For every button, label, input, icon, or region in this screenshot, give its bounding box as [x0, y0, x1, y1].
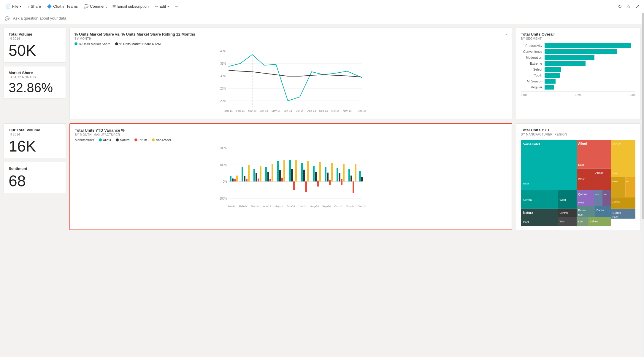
main-content: Total Volume IN 2014 50K Market Share LA… [0, 24, 644, 234]
vanarsdel-dot [152, 138, 155, 141]
refresh-icon[interactable]: ↻ [617, 2, 623, 10]
svg-rect-60 [315, 172, 317, 181]
svg-rect-74 [355, 164, 356, 181]
svg-text:West: West [612, 180, 618, 183]
svg-text:Feb-14: Feb-14 [239, 205, 248, 208]
svg-rect-39 [253, 169, 255, 181]
scrollbar-thumb[interactable] [642, 13, 644, 219]
svg-rect-35 [242, 167, 243, 181]
bookmark-icon[interactable]: ☆ [625, 2, 632, 10]
svg-rect-38 [248, 165, 250, 181]
toolbar-right: ↻ ☆ ⤢ [617, 2, 640, 10]
legend-dot-2 [115, 42, 118, 45]
svg-rect-67 [337, 168, 338, 181]
svg-rect-54 [295, 160, 297, 181]
chat-in-teams-button[interactable]: 🔷 Chat in Teams [45, 3, 80, 10]
svg-text:Jan-14: Jan-14 [224, 109, 233, 112]
treemap-svg: VanArsdel East Central West Natura East … [521, 138, 635, 227]
legend-vanarsdel: VanArsdel [152, 138, 171, 142]
hbar-x-axis: 0.0M 0.2M 0.4M [521, 93, 635, 97]
svg-text:West: West [559, 220, 565, 223]
svg-text:Vict...: Vict... [603, 193, 609, 196]
svg-rect-34 [236, 176, 238, 181]
more-button[interactable]: ··· [172, 3, 180, 10]
svg-rect-52 [291, 169, 293, 181]
svg-text:East: East [613, 216, 618, 219]
natura-dot [116, 138, 119, 141]
email-subscription-button[interactable]: ✉ Email subscription [110, 3, 151, 10]
svg-text:Leo: Leo [578, 220, 583, 223]
email-icon: ✉ [112, 4, 116, 9]
hbar-chart-card: Total Units Overall BY SEGMENT Productiv… [516, 28, 640, 120]
hbar-row-productivity: Productivity [521, 43, 635, 48]
svg-rect-57 [305, 181, 307, 192]
file-icon: 📄 [6, 4, 11, 9]
total-volume-card: Total Volume IN 2014 50K [4, 28, 66, 63]
our-total-volume-card: Our Total Volume IN 2014 16K [4, 123, 66, 158]
svg-rect-72 [350, 176, 352, 181]
svg-text:Farna: Farna [578, 208, 586, 212]
scrollbar-track[interactable] [642, 13, 644, 234]
legend-pirum: Pirum [134, 138, 147, 142]
line-chart-more-button[interactable]: ··· [503, 32, 507, 37]
file-menu[interactable]: 📄 File ▾ [4, 3, 24, 10]
qa-icon: 💬 [5, 16, 9, 21]
svg-text:Aliqui: Aliqui [578, 142, 587, 145]
hbar-row-extreme: Extreme [521, 61, 635, 66]
hbar-row-select: Select [521, 67, 635, 72]
qa-bar: 💬 [0, 13, 644, 24]
chevron-down-icon: ▾ [20, 5, 21, 8]
svg-text:East: East [523, 220, 529, 224]
svg-text:East: East [523, 182, 529, 185]
svg-text:Currus: Currus [613, 211, 621, 214]
svg-rect-56 [303, 170, 305, 181]
svg-text:Aug-14: Aug-14 [307, 109, 316, 112]
svg-rect-58 [307, 161, 309, 181]
svg-rect-44 [267, 172, 269, 181]
svg-text:West: West [559, 198, 566, 201]
svg-text:Sep-14: Sep-14 [319, 109, 328, 112]
svg-text:Salvus: Salvus [590, 220, 598, 223]
svg-text:Dec-14: Dec-14 [358, 109, 366, 112]
svg-text:Jun-14: Jun-14 [287, 205, 295, 208]
comment-button[interactable]: 💬 Comment [81, 3, 109, 10]
toolbar: 📄 File ▾ ↑ Share 🔷 Chat in Teams 💬 Comme… [0, 0, 644, 13]
svg-text:Jun-14: Jun-14 [284, 109, 292, 112]
svg-rect-45 [269, 179, 271, 181]
svg-rect-66 [331, 163, 333, 181]
edit-icon: ✏ [155, 4, 158, 9]
svg-text:East: East [578, 163, 584, 166]
svg-text:0%: 0% [223, 180, 227, 183]
svg-text:VanArsdel: VanArsdel [523, 142, 540, 146]
svg-rect-53 [293, 181, 295, 190]
treemap: VanArsdel East Central West Natura East … [521, 138, 635, 227]
treemap-card: Total Units YTD BY MANUFACTURER, REGION … [516, 123, 640, 230]
svg-rect-75 [359, 171, 361, 181]
svg-rect-55 [301, 163, 303, 181]
svg-text:Oct-14: Oct-14 [334, 205, 342, 208]
hbar-row-convenience: Convenience [521, 49, 635, 54]
svg-rect-50 [283, 160, 285, 181]
svg-text:Sep-14: Sep-14 [322, 205, 331, 208]
svg-text:Natura: Natura [523, 211, 533, 214]
svg-text:Barba: Barba [597, 208, 604, 212]
svg-rect-61 [317, 181, 319, 187]
comment-icon: 💬 [84, 4, 88, 9]
legend-aliqui: Aliqui [99, 138, 111, 142]
fullscreen-icon[interactable]: ⤢ [634, 2, 640, 10]
svg-rect-46 [272, 164, 273, 181]
chevron-down-icon: ▾ [167, 5, 169, 8]
svg-text:Mar-14: Mar-14 [248, 109, 257, 112]
edit-button[interactable]: ✏ Edit ▾ [152, 3, 171, 10]
share-icon: ↑ [27, 4, 29, 9]
svg-rect-65 [329, 180, 331, 185]
svg-rect-41 [258, 179, 259, 181]
share-button[interactable]: ↑ Share [25, 3, 43, 10]
line-chart-legend: % Units Market Share % Units Market Shar… [74, 42, 507, 46]
svg-rect-73 [353, 181, 354, 193]
qa-input[interactable] [12, 15, 101, 21]
svg-text:30%: 30% [220, 74, 226, 78]
svg-rect-36 [244, 176, 245, 181]
hbar-row-allseason: All Season [521, 79, 635, 84]
svg-text:Po...: Po... [626, 180, 631, 183]
